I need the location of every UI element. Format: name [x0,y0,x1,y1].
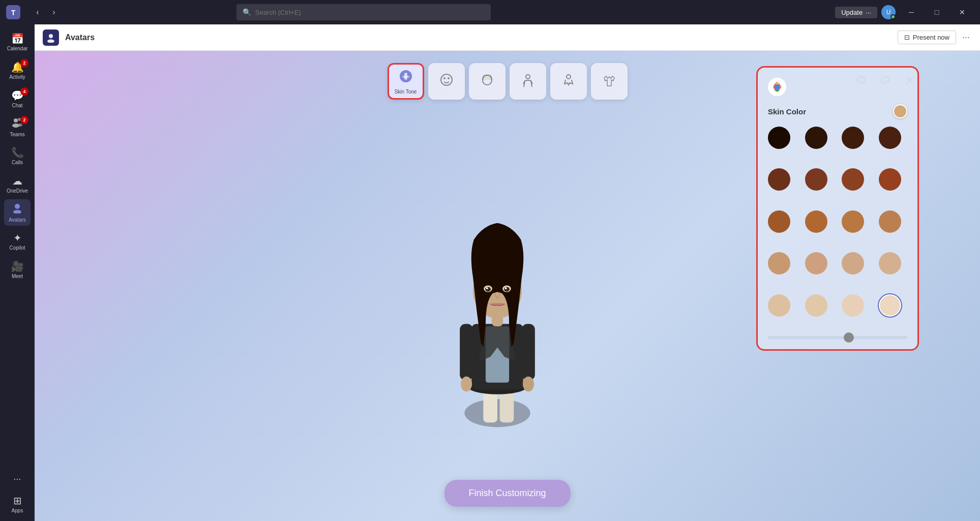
hair-icon [480,73,494,90]
tool-hair[interactable] [469,63,506,100]
sidebar-item-apps[interactable]: ⊞ Apps [4,491,31,517]
skin-color-grid [768,127,907,328]
present-now-button[interactable]: ⊡ Present now [898,30,956,44]
slider-track [768,336,907,339]
sidebar-item-calendar[interactable]: 📅 Calendar [4,28,31,55]
panel-header: Skin Color [768,104,907,118]
apps-icon: ⊞ [13,495,22,507]
update-dots: ··· [866,9,871,16]
nav-buttons: ‹ › [31,5,61,19]
back-button[interactable]: ‹ [31,5,45,19]
clothing-icon [602,73,616,90]
svg-point-38 [504,287,507,289]
svg-rect-12 [402,76,409,78]
skin-color-panel: Skin Color [756,66,919,351]
svg-point-14 [443,77,446,79]
close-button[interactable]: ✕ [951,4,974,20]
main-area: Avatars ⊡ Present now ··· [35,24,980,521]
skin-shade-slider[interactable] [768,336,907,339]
tool-face[interactable] [428,63,465,100]
panel-title: Skin Color [768,107,806,116]
sidebar-item-label: Avatars [9,217,26,223]
sidebar-item-label: Meet [12,273,23,279]
sidebar-item-teams[interactable]: Teams 2 [4,114,31,140]
skin-color-5[interactable] [768,168,790,191]
tool-accessories[interactable] [550,63,587,100]
teams-badge: 2 [20,116,28,124]
presence-badge [890,14,896,19]
sidebar-item-copilot[interactable]: ✦ Copilot [4,228,31,254]
skin-color-11[interactable] [842,210,864,233]
skin-color-4[interactable] [879,127,901,149]
skin-color-8[interactable] [879,168,901,191]
titlebar-right: Update ··· U ─ □ ✕ [835,4,974,20]
update-label: Update [841,9,863,16]
sidebar-item-label: OneDrive [7,188,28,194]
meet-icon: 🎥 [11,260,24,272]
search-input[interactable] [255,9,485,16]
face-icon [439,73,454,90]
skin-color-7[interactable] [842,168,864,191]
skin-color-1[interactable] [768,127,790,149]
avatar-display [426,216,589,480]
skin-color-20[interactable] [879,294,901,317]
svg-point-37 [486,287,488,289]
skin-color-13[interactable] [768,252,790,274]
sidebar-more-button[interactable]: ··· [9,470,25,488]
chat-badge: 4 [20,87,28,96]
svg-point-29 [461,377,472,392]
skin-color-18[interactable] [805,294,827,317]
skin-color-6[interactable] [805,168,827,191]
tool-skin-tone[interactable]: Skin Tone [388,63,424,100]
svg-point-40 [775,84,780,89]
sidebar-item-meet[interactable]: 🎥 Meet [4,256,31,283]
more-options-button[interactable]: ··· [960,30,972,45]
sidebar-item-calls[interactable]: 📞 Calls [4,142,31,169]
minimize-button[interactable]: ─ [900,4,923,20]
svg-rect-28 [522,324,535,380]
sidebar-item-activity[interactable]: 🔔 Activity 2 [4,57,31,83]
sidebar-item-avatars[interactable]: Avatars [4,199,31,226]
skin-color-10[interactable] [805,210,827,233]
skin-color-16[interactable] [879,252,901,274]
skin-color-17[interactable] [768,294,790,317]
title-bar: T ‹ › 🔍 Update ··· U ─ □ ✕ [0,0,980,24]
sidebar-item-onedrive[interactable]: ☁ OneDrive [4,171,31,197]
window-controls: ─ □ ✕ [900,4,974,20]
slider-thumb[interactable] [844,332,854,343]
maximize-button[interactable]: □ [925,4,948,20]
sidebar-item-label: Teams [10,132,24,137]
svg-point-17 [526,75,530,79]
sidebar-item-label: Calls [12,160,23,165]
current-skin-color [893,104,907,118]
skin-color-14[interactable] [805,252,827,274]
tool-body[interactable] [510,63,546,100]
onedrive-icon: ☁ [12,175,22,187]
forward-button[interactable]: › [47,5,61,19]
sidebar-item-chat[interactable]: 💬 Chat 4 [4,85,31,112]
user-avatar[interactable]: U [881,5,896,19]
skin-tone-label: Skin Tone [395,89,417,95]
svg-point-36 [503,287,509,291]
skin-color-3[interactable] [842,127,864,149]
avatars-app-icon [43,29,59,46]
app-body: 📅 Calendar 🔔 Activity 2 💬 Chat 4 [0,24,980,521]
skin-color-19[interactable] [842,294,864,317]
svg-point-2 [14,118,18,122]
skin-color-15[interactable] [842,252,864,274]
sidebar-item-label: Activity [9,74,25,80]
sidebar-item-label: Copilot [9,245,25,251]
skin-color-2[interactable] [805,127,827,149]
skin-color-12[interactable] [879,210,901,233]
update-button[interactable]: Update ··· [835,7,877,18]
body-icon [521,73,535,90]
finish-customizing-button[interactable]: Finish Customizing [444,480,570,507]
present-icon: ⊡ [904,34,910,41]
skin-color-9[interactable] [768,210,790,233]
svg-point-35 [485,287,491,291]
svg-point-8 [49,34,53,38]
tool-clothing[interactable] [591,63,628,100]
svg-rect-27 [460,324,473,380]
svg-text:T: T [11,9,16,17]
accessories-icon [561,73,576,90]
